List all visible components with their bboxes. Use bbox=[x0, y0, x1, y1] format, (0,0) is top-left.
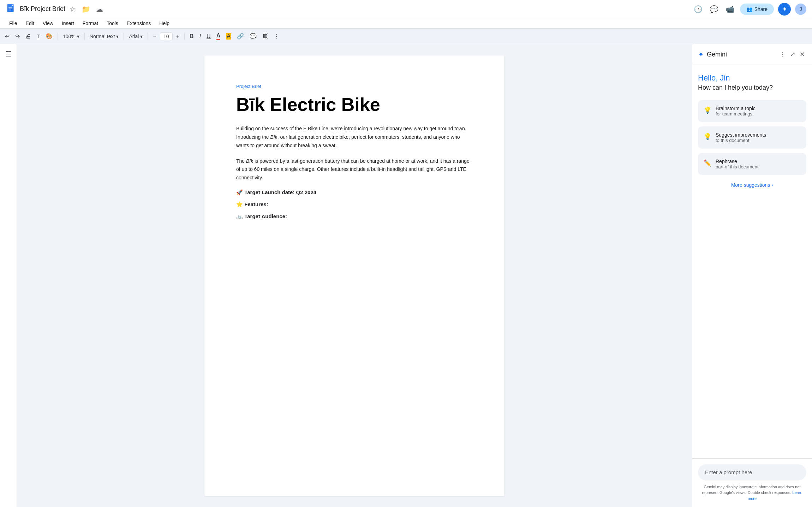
cloud-button[interactable]: ☁ bbox=[95, 4, 105, 15]
gemini-body: Hello, Jin How can I help you today? 💡 B… bbox=[692, 65, 812, 458]
gemini-button[interactable]: ✦ bbox=[778, 3, 791, 16]
font-size-increase-button[interactable]: + bbox=[174, 32, 181, 41]
menu-tools[interactable]: Tools bbox=[103, 19, 122, 28]
gemini-sidebar: ✦ Gemini ⋮ ⤢ ✕ Hello, Jin How can I help… bbox=[692, 44, 812, 507]
italic-button[interactable]: I bbox=[197, 32, 203, 41]
text-color-icon: A bbox=[216, 32, 221, 40]
rephrase-icon: ✏️ bbox=[704, 159, 711, 167]
paint-format-button[interactable]: 🎨 bbox=[43, 31, 55, 41]
toolbar: ↩ ↪ 🖨 T̲ 🎨 100% ▾ Normal text ▾ Arial ▾ … bbox=[0, 29, 812, 44]
highlight-icon: A bbox=[226, 33, 231, 40]
highlight-button[interactable]: A bbox=[224, 32, 233, 41]
more-button[interactable]: ⋮ bbox=[271, 31, 281, 41]
separator-4 bbox=[148, 33, 148, 40]
spellcheck-button[interactable]: T̲ bbox=[35, 32, 42, 41]
avatar[interactable]: J bbox=[795, 4, 806, 15]
improve-text: Suggest improvements to this document bbox=[716, 132, 766, 143]
doc-paragraph-1: Building on the success of the E Bike Li… bbox=[236, 125, 473, 150]
left-sidebar: ☰ bbox=[0, 44, 17, 507]
title-bar-left: Bīk Project Brief ☆ 📁 ☁ bbox=[6, 4, 689, 15]
launch-date-section: 🚀 Target Launch date: Q2 2024 bbox=[236, 189, 473, 196]
gemini-disclaimer-text: Gemini may display inaccurate informatio… bbox=[702, 485, 801, 495]
doc-title-main: Bīk Electric Bike bbox=[236, 95, 473, 115]
menu-extensions[interactable]: Extensions bbox=[123, 19, 154, 28]
svg-rect-4 bbox=[8, 10, 11, 10]
menu-bar: File Edit View Insert Format Tools Exten… bbox=[0, 18, 812, 29]
text-color-button[interactable]: A bbox=[214, 31, 223, 41]
rephrase-text: Rephrase part of this document bbox=[716, 159, 758, 169]
gemini-input-area: Enter a prompt here Gemini may display i… bbox=[692, 458, 812, 507]
zoom-value: 100% bbox=[63, 34, 76, 39]
rephrase-main: Rephrase bbox=[716, 159, 758, 164]
separator-2 bbox=[84, 33, 85, 40]
outline-toggle[interactable]: ☰ bbox=[5, 50, 12, 58]
print-button[interactable]: 🖨 bbox=[23, 32, 33, 41]
separator-1 bbox=[58, 33, 58, 40]
doc-page: Project Brief Bīk Electric Bike Building… bbox=[204, 55, 504, 496]
avatar-initial: J bbox=[800, 6, 802, 12]
suggestion-brainstorm[interactable]: 💡 Brainstorm a topic for team meetings bbox=[698, 100, 806, 122]
font-arrow: ▾ bbox=[140, 34, 143, 39]
underline-button[interactable]: U bbox=[204, 32, 213, 41]
project-brief-label: Project Brief bbox=[236, 84, 473, 89]
font-size-display[interactable]: 10 bbox=[160, 32, 173, 40]
folder-button[interactable]: 📁 bbox=[80, 4, 92, 15]
gemini-greeting: Hello, Jin bbox=[698, 73, 806, 83]
separator-3 bbox=[124, 33, 124, 40]
style-value: Normal text bbox=[90, 34, 115, 39]
gemini-expand-button[interactable]: ⤢ bbox=[789, 49, 797, 60]
share-label: Share bbox=[754, 6, 768, 12]
docs-icon bbox=[6, 4, 17, 15]
improve-icon: 💡 bbox=[704, 133, 711, 141]
image-button[interactable]: 🖼 bbox=[260, 32, 270, 41]
gemini-input-placeholder: Enter a prompt here bbox=[705, 469, 752, 475]
more-suggestions-arrow: › bbox=[771, 182, 773, 188]
brainstorm-main: Brainstorm a topic bbox=[716, 106, 756, 111]
menu-format[interactable]: Format bbox=[79, 19, 102, 28]
rephrase-sub: part of this document bbox=[716, 164, 758, 169]
brainstorm-icon: 💡 bbox=[704, 106, 711, 114]
doc-area: Project Brief Bīk Electric Bike Building… bbox=[17, 44, 692, 507]
improve-main: Suggest improvements bbox=[716, 132, 766, 138]
font-select[interactable]: Arial ▾ bbox=[127, 32, 145, 40]
gemini-more-button[interactable]: ⋮ bbox=[778, 49, 787, 60]
title-bar-right: 🕐 💬 📹 👥 Share ✦ J bbox=[692, 3, 806, 16]
comment-button[interactable]: 💬 bbox=[247, 31, 259, 41]
suggestion-improve[interactable]: 💡 Suggest improvements to this document bbox=[698, 126, 806, 149]
menu-insert[interactable]: Insert bbox=[58, 19, 78, 28]
redo-button[interactable]: ↪ bbox=[13, 31, 22, 41]
improve-sub: to this document bbox=[716, 138, 766, 143]
undo-button[interactable]: ↩ bbox=[3, 31, 12, 41]
brainstorm-text: Brainstorm a topic for team meetings bbox=[716, 106, 756, 117]
menu-view[interactable]: View bbox=[39, 19, 57, 28]
video-button[interactable]: 📹 bbox=[724, 4, 736, 15]
comment-button[interactable]: 💬 bbox=[708, 4, 720, 15]
zoom-arrow: ▾ bbox=[77, 34, 79, 39]
suggestion-rephrase[interactable]: ✏️ Rephrase part of this document bbox=[698, 153, 806, 175]
gemini-disclaimer: Gemini may display inaccurate informatio… bbox=[698, 484, 806, 502]
gemini-star-icon: ✦ bbox=[782, 5, 787, 13]
share-button[interactable]: 👥 Share bbox=[740, 4, 774, 15]
menu-help[interactable]: Help bbox=[156, 19, 173, 28]
font-value: Arial bbox=[129, 34, 139, 39]
zoom-select[interactable]: 100% ▾ bbox=[61, 32, 82, 40]
style-select[interactable]: Normal text ▾ bbox=[88, 32, 121, 40]
doc-paragraph-2: The Bīk is powered by a last-generation … bbox=[236, 157, 473, 182]
more-suggestions-button[interactable]: More suggestions › bbox=[698, 179, 806, 191]
gemini-close-button[interactable]: ✕ bbox=[798, 49, 806, 60]
separator-5 bbox=[184, 33, 185, 40]
svg-rect-3 bbox=[8, 8, 12, 9]
svg-rect-2 bbox=[8, 7, 12, 8]
link-button[interactable]: 🔗 bbox=[235, 31, 246, 41]
menu-file[interactable]: File bbox=[6, 19, 21, 28]
share-icon: 👥 bbox=[746, 6, 752, 12]
bold-button[interactable]: B bbox=[187, 32, 196, 41]
history-button[interactable]: 🕐 bbox=[692, 4, 704, 15]
gemini-title-group: ✦ Gemini bbox=[698, 50, 727, 59]
menu-edit[interactable]: Edit bbox=[22, 19, 38, 28]
star-button[interactable]: ☆ bbox=[68, 4, 77, 15]
font-size-decrease-button[interactable]: − bbox=[151, 32, 158, 41]
style-arrow: ▾ bbox=[116, 34, 119, 39]
document-title: Bīk Project Brief bbox=[20, 5, 65, 13]
gemini-input-box[interactable]: Enter a prompt here bbox=[698, 464, 806, 481]
